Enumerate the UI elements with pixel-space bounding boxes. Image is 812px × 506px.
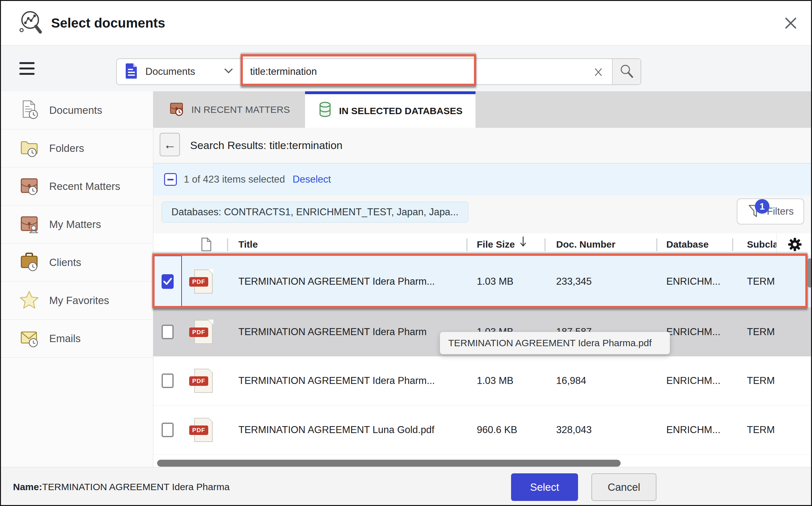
- chevron-down-icon: [224, 68, 233, 75]
- column-header-subclass[interactable]: Subcla: [747, 233, 778, 256]
- document-clock-icon: [19, 99, 40, 121]
- row-title: TERMINATION AGREEMENT Idera Pharm...: [239, 256, 435, 307]
- row-subclass: TERM: [747, 356, 775, 405]
- sidebar-item-label: Folders: [49, 142, 84, 154]
- column-divider: [544, 238, 546, 251]
- search-scope-label: Documents: [145, 66, 195, 77]
- row-checkbox[interactable]: [161, 325, 174, 339]
- sidebar-item-my-matters[interactable]: My Matters: [1, 205, 153, 244]
- menu-icon[interactable]: [19, 62, 35, 78]
- table-row[interactable]: PDF TERMINATION AGREEMENT Luna Gold.pdf …: [153, 406, 812, 455]
- row-file-size: 960.6 KB: [477, 406, 518, 454]
- selection-bar: 1 of 423 items selected Deselect: [153, 164, 812, 195]
- clear-search-icon[interactable]: [592, 66, 604, 79]
- search-scope-dropdown[interactable]: Documents: [117, 59, 242, 84]
- search-icon: [619, 64, 634, 80]
- row-title: TERMINATION AGREEMENT Luna Gold.pdf: [239, 406, 434, 454]
- tab-label: IN RECENT MATTERS: [191, 104, 290, 115]
- matter-clock-icon: [168, 100, 185, 118]
- search-toolbar: Documents: [1, 45, 811, 91]
- column-header-database[interactable]: Database: [666, 233, 708, 256]
- column-header-title[interactable]: Title: [239, 233, 258, 256]
- envelope-clock-icon: [19, 328, 40, 350]
- filename-tooltip: TERMINATION AGREEMENT Idera Pharma.pdf: [439, 332, 670, 354]
- close-icon[interactable]: [783, 15, 799, 31]
- search-button[interactable]: [612, 59, 640, 84]
- table-row[interactable]: PDF TERMINATION AGREEMENT Idera Pharm...…: [153, 356, 812, 406]
- tab-in-selected-databases[interactable]: IN SELECTED DATABASES: [305, 91, 476, 128]
- tab-in-recent-matters[interactable]: IN RECENT MATTERS: [153, 91, 305, 128]
- select-all-checkbox[interactable]: [164, 173, 177, 186]
- tab-strip: IN RECENT MATTERS IN SELECTED DATABASES: [153, 91, 812, 128]
- matter-clock-icon: [19, 175, 40, 197]
- row-checkbox-checked[interactable]: [161, 274, 174, 289]
- row-checkbox-cell: [153, 356, 182, 405]
- dialog-header: Select documents: [1, 1, 811, 45]
- database-icon: [318, 102, 332, 120]
- row-doc-number: 328,043: [556, 406, 592, 454]
- sidebar-item-label: My Matters: [49, 219, 101, 231]
- row-checkbox[interactable]: [161, 423, 174, 437]
- table-row[interactable]: PDF TERMINATION AGREEMENT Idera Pharm...…: [153, 256, 812, 307]
- tab-label: IN SELECTED DATABASES: [339, 105, 463, 116]
- pdf-file-icon: PDF: [189, 256, 216, 307]
- pdf-file-icon: PDF: [189, 307, 216, 356]
- row-database: ENRICHM...: [666, 256, 721, 307]
- column-header-doc-number[interactable]: Doc. Number: [556, 233, 615, 256]
- horizontal-scrollbar-thumb[interactable]: [157, 460, 621, 467]
- row-title: TERMINATION AGREEMENT Idera Pharm...: [239, 356, 435, 405]
- row-database: ENRICHM...: [666, 406, 721, 454]
- cancel-button[interactable]: Cancel: [591, 473, 657, 501]
- back-button[interactable]: ←: [160, 133, 180, 156]
- sidebar-item-clients[interactable]: Clients: [1, 244, 153, 281]
- row-doc-number: 16,984: [556, 356, 586, 405]
- table-header: Title File Size Doc. Number Database Sub…: [153, 233, 812, 256]
- file-type-column-icon: [201, 238, 212, 253]
- folder-clock-icon: [19, 137, 40, 160]
- column-settings-gear-icon[interactable]: [776, 233, 812, 256]
- deselect-link[interactable]: Deselect: [293, 174, 331, 185]
- indeterminate-icon: [167, 179, 174, 180]
- filters-label: Filters: [767, 206, 794, 217]
- vertical-scrollbar-thumb[interactable]: [808, 258, 812, 287]
- sidebar-item-documents[interactable]: Documents: [1, 91, 153, 130]
- column-divider: [656, 238, 658, 251]
- select-button[interactable]: Select: [511, 473, 578, 501]
- pdf-file-icon: PDF: [189, 356, 216, 405]
- filter-bar: Databases: CONTRACTS1, ENRICHMENT_TEST, …: [153, 195, 812, 233]
- row-file-size: 1.03 MB: [477, 256, 513, 307]
- row-checkbox[interactable]: [161, 373, 174, 388]
- funnel-icon: [747, 215, 763, 220]
- sidebar-item-label: Emails: [49, 333, 81, 345]
- name-label: Name:: [13, 482, 42, 492]
- row-subclass: TERM: [747, 406, 775, 454]
- sidebar-item-folders[interactable]: Folders: [1, 130, 153, 167]
- sidebar-item-label: Documents: [49, 104, 102, 116]
- sidebar-item-recent-matters[interactable]: Recent Matters: [1, 167, 153, 205]
- selection-count: 1 of 423 items selected: [184, 174, 285, 185]
- document-icon: [125, 63, 138, 80]
- sidebar-item-label: Clients: [49, 256, 81, 268]
- filters-button[interactable]: 1 Filters: [737, 198, 804, 225]
- search-input[interactable]: [242, 59, 612, 84]
- row-checkbox-cell: [153, 406, 182, 454]
- column-header-file-size[interactable]: File Size: [477, 233, 527, 256]
- results-title: Search Results: title:termination: [190, 128, 342, 163]
- search-input-wrap: [242, 59, 612, 84]
- row-doc-number: 233,345: [556, 256, 592, 307]
- row-database: ENRICHM...: [666, 307, 721, 356]
- dialog-footer: Name:TERMINATION AGREEMENT Idera Pharma …: [1, 467, 811, 506]
- results-header: ← Search Results: title:termination: [153, 128, 812, 164]
- sidebar-item-my-favorites[interactable]: My Favorites: [1, 281, 153, 320]
- sidebar-item-label: My Favorites: [49, 294, 109, 307]
- back-arrow-icon: ←: [163, 138, 176, 152]
- results-table-body: PDF TERMINATION AGREEMENT Idera Pharm...…: [153, 256, 812, 455]
- name-value: TERMINATION AGREEMENT Idera Pharma: [42, 482, 230, 492]
- row-subclass: TERM: [747, 256, 775, 307]
- sidebar-item-emails[interactable]: Emails: [1, 320, 153, 358]
- column-divider: [227, 238, 228, 251]
- selected-name-text: Name:TERMINATION AGREEMENT Idera Pharma: [13, 467, 229, 506]
- sort-desc-icon: [519, 233, 527, 256]
- databases-filter-chip[interactable]: Databases: CONTRACTS1, ENRICHMENT_TEST, …: [161, 202, 468, 223]
- row-file-size: 1.03 MB: [477, 356, 513, 405]
